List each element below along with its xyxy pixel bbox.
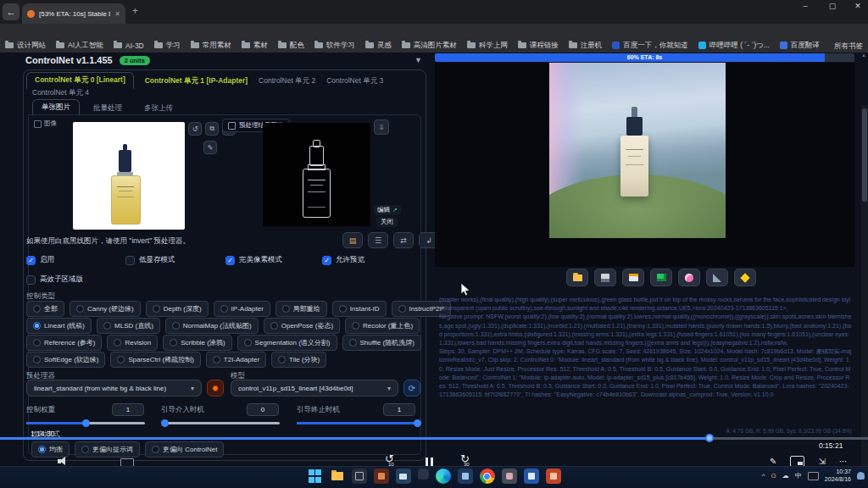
tab-close-icon[interactable]: ✕ bbox=[114, 10, 120, 18]
tray-app-icon[interactable]: G bbox=[771, 472, 776, 480]
new-canvas-icon[interactable]: ▤ bbox=[342, 232, 363, 248]
controlnet-header[interactable]: ControlNet v1.1.455 2 units bbox=[25, 55, 150, 65]
scrollbar-thumb[interactable] bbox=[862, 108, 867, 202]
allow-preview-checkbox[interactable]: ✓允许预览 bbox=[322, 255, 364, 265]
app-icon[interactable] bbox=[502, 469, 517, 484]
preprocessor-dropdown[interactable]: lineart_standard (from white bg & black … bbox=[26, 380, 202, 396]
refresh-models-button[interactable]: ⟳ bbox=[403, 380, 420, 396]
app-icon[interactable] bbox=[374, 469, 389, 484]
bookmark-folder[interactable]: 高清图片素材 bbox=[402, 41, 457, 51]
scroll-up-icon[interactable]: ▲ bbox=[861, 53, 866, 58]
control-type-option[interactable]: Reference (参考) bbox=[26, 335, 102, 351]
bookmark-site[interactable]: 百度翻译-200种语... bbox=[780, 41, 819, 51]
ruler-button[interactable] bbox=[706, 269, 728, 286]
notification-bell-icon[interactable] bbox=[857, 472, 865, 480]
control-type-option[interactable]: Instant-ID bbox=[332, 301, 387, 317]
enable-checkbox[interactable]: ✓启用 bbox=[26, 255, 125, 265]
tab-unit3[interactable]: ControlNet 单元 3 bbox=[326, 74, 383, 89]
bookmark-site[interactable]: 百度一下，你就知道 bbox=[612, 41, 688, 51]
control-type-option[interactable]: 局部重绘 bbox=[275, 301, 327, 317]
lowvram-checkbox[interactable]: 低显存模式 bbox=[125, 255, 225, 265]
model-dropdown[interactable]: control_v11p_sd15_lineart [43d4be0d] ▾ bbox=[231, 380, 398, 396]
bookmark-folder[interactable]: 常用素材 bbox=[191, 41, 231, 51]
collapse-arrow-icon[interactable]: ▼ bbox=[415, 56, 422, 64]
control-type-option[interactable]: T2I-Adapter bbox=[206, 352, 266, 368]
control-type-option[interactable]: Depth (深度) bbox=[146, 301, 209, 317]
tray-expand-icon[interactable]: ^ bbox=[762, 472, 765, 480]
app-icon[interactable] bbox=[418, 469, 429, 480]
window-close-button[interactable]: ✕ bbox=[848, 2, 868, 10]
control-mode-prompt[interactable]: 更偏向提示词 bbox=[75, 441, 140, 458]
control-type-option[interactable]: SparseCtrl (稀疏控制) bbox=[110, 352, 200, 368]
new-tab-button[interactable]: + bbox=[132, 5, 138, 17]
player-more-icon[interactable]: ⋯ bbox=[839, 457, 848, 466]
ime-icon[interactable]: 中 bbox=[795, 471, 802, 480]
app-icon[interactable] bbox=[524, 469, 539, 484]
window-minimize-button[interactable]: – bbox=[795, 2, 815, 10]
bookmark-folder[interactable]: 科学上网 bbox=[467, 41, 508, 51]
bookmark-folder[interactable]: 课程链接 bbox=[518, 41, 559, 51]
control-type-option[interactable]: Segmentation (语义分割) bbox=[237, 335, 337, 351]
bookmark-folder[interactable]: 配色 bbox=[278, 41, 304, 51]
control-type-option[interactable]: MLSD (直线) bbox=[97, 318, 160, 334]
edge-icon[interactable] bbox=[436, 469, 451, 484]
app-icon[interactable] bbox=[352, 469, 367, 484]
app-icon[interactable] bbox=[546, 469, 561, 484]
control-mode-controlnet[interactable]: 更偏向 ControlNet bbox=[145, 441, 224, 458]
edit-preview-button[interactable]: 编辑 ↗ bbox=[374, 205, 401, 215]
guidance-start-value[interactable]: 0 bbox=[247, 403, 279, 416]
control-type-option[interactable]: Canny (硬边缘) bbox=[70, 301, 141, 317]
bookmark-folder[interactable]: 注册机 bbox=[569, 41, 603, 51]
file-explorer-icon[interactable] bbox=[330, 469, 345, 484]
mirror-icon[interactable]: ⇄ bbox=[393, 232, 414, 248]
guidance-start-slider[interactable] bbox=[161, 419, 280, 427]
pixel-perfect-checkbox[interactable]: ✓完美像素模式 bbox=[225, 255, 322, 265]
bookmark-site[interactable]: 哔哩哔哩 ( ´- `)つ... bbox=[698, 41, 770, 51]
undo-icon[interactable]: ↺ bbox=[188, 122, 202, 136]
window-maximize-button[interactable]: ▢ bbox=[822, 2, 843, 10]
control-type-option[interactable]: Recolor (重上色) bbox=[345, 318, 420, 334]
control-type-option[interactable]: Revision bbox=[107, 335, 158, 351]
save-image-button[interactable] bbox=[594, 269, 616, 286]
guidance-end-value[interactable]: 1 bbox=[383, 403, 415, 416]
control-type-option[interactable]: Tile (分块) bbox=[271, 352, 326, 368]
annotate-pencil-icon[interactable]: ✎ bbox=[770, 457, 776, 466]
pause-button[interactable] bbox=[426, 458, 433, 467]
tab-unit1[interactable]: ControlNet 单元 1 [IP-Adapter] bbox=[145, 74, 248, 89]
bookmark-folder[interactable]: 灵感 bbox=[365, 41, 392, 51]
upscale-button[interactable] bbox=[734, 269, 756, 286]
tray-clock[interactable]: 10:37 2024/8/16 bbox=[825, 469, 851, 483]
tab-unit2[interactable]: ControlNet 单元 2 bbox=[259, 74, 315, 89]
bookmark-folder[interactable]: 设计网站 bbox=[5, 41, 46, 51]
browser-tab[interactable]: [53% ETA: 10s] Stable Diffusi ✕ bbox=[22, 3, 125, 24]
tab-single-image[interactable]: 单张图片 bbox=[32, 99, 80, 116]
tab-unit0[interactable]: ControlNet 单元 0 [Lineart] bbox=[26, 72, 134, 89]
shrink-icon[interactable]: ⇲ bbox=[818, 457, 825, 466]
app-icon[interactable] bbox=[396, 469, 411, 484]
weight-slider[interactable] bbox=[26, 419, 145, 427]
cloud-icon[interactable]: ☁ bbox=[782, 472, 789, 480]
send-to-extras-button[interactable] bbox=[678, 269, 700, 286]
save-zip-button[interactable] bbox=[622, 269, 644, 286]
control-type-option[interactable]: NormalMap (法线贴图) bbox=[165, 318, 259, 334]
webcam-icon[interactable]: ☰ bbox=[368, 232, 388, 248]
weight-value[interactable]: 1 bbox=[112, 403, 144, 416]
open-folder-button[interactable] bbox=[566, 269, 588, 286]
chrome-icon[interactable] bbox=[480, 469, 495, 484]
input-image[interactable] bbox=[73, 122, 185, 230]
control-type-option[interactable]: SoftEdge (软边缘) bbox=[26, 352, 105, 368]
os-back-icon[interactable]: ← bbox=[3, 3, 19, 20]
bookmark-folder[interactable]: 学习 bbox=[154, 41, 181, 51]
guidance-end-slider[interactable] bbox=[297, 419, 421, 427]
send-to-img2img-button[interactable] bbox=[650, 269, 672, 286]
run-preprocessor-button[interactable]: ✹ bbox=[207, 380, 224, 396]
copy-icon[interactable]: ⧉ bbox=[205, 122, 219, 136]
edit-image-icon[interactable]: ✎ bbox=[203, 141, 217, 154]
video-playhead[interactable] bbox=[705, 434, 714, 442]
control-type-option[interactable]: Shuffle (随机洗牌) bbox=[342, 335, 421, 351]
control-type-option[interactable]: 全部 bbox=[26, 301, 64, 317]
preprocessor-preview-image[interactable] bbox=[263, 123, 370, 226]
control-type-option[interactable]: OpenPose (姿态) bbox=[264, 318, 340, 334]
control-type-option[interactable]: Scribble (涂鸦) bbox=[163, 335, 231, 351]
tab-unit4[interactable]: ControlNet 单元 4 bbox=[32, 88, 89, 98]
